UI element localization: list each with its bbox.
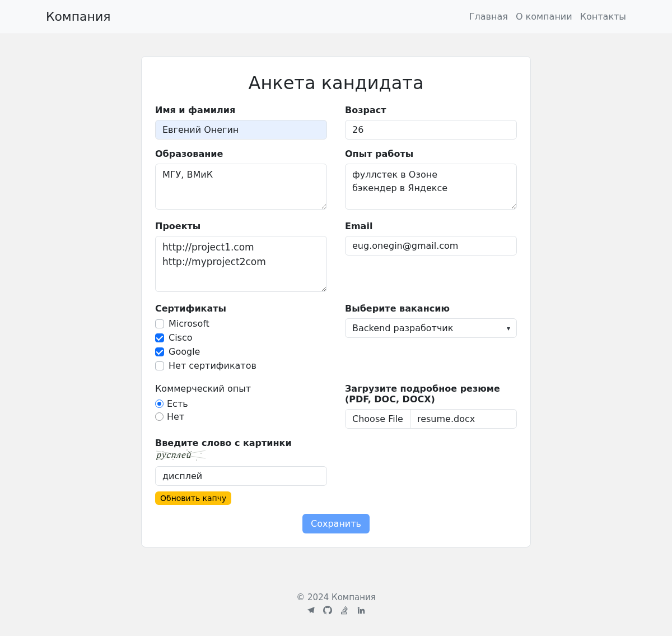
submit-button[interactable]: Сохранить bbox=[302, 514, 370, 533]
resume-file-input[interactable]: Choose File resume.docx bbox=[345, 409, 517, 429]
email-label: Email bbox=[345, 221, 517, 231]
experience-textarea[interactable] bbox=[345, 164, 517, 210]
nav-links: Главная О компании Контакты bbox=[469, 9, 626, 24]
svg-point-5 bbox=[186, 449, 187, 450]
name-input[interactable] bbox=[155, 120, 327, 140]
resume-filename: resume.docx bbox=[410, 410, 516, 428]
cert-microsoft-label: Microsoft bbox=[169, 318, 209, 329]
captcha-image: русплей bbox=[156, 448, 206, 462]
social-links bbox=[0, 606, 672, 617]
telegram-icon[interactable] bbox=[306, 606, 315, 617]
captcha-label: Введите слово с картинки bbox=[155, 438, 292, 448]
cert-cisco-checkbox[interactable] bbox=[155, 333, 164, 342]
commercial-yes-radio[interactable] bbox=[155, 400, 164, 408]
svg-point-4 bbox=[172, 459, 173, 459]
page-title: Анкета кандидата bbox=[155, 72, 517, 94]
projects-textarea[interactable] bbox=[155, 236, 327, 292]
refresh-captcha-button[interactable]: Обновить капчу bbox=[155, 491, 231, 505]
age-label: Возраст bbox=[345, 105, 517, 115]
svg-point-7 bbox=[200, 453, 201, 453]
commercial-label: Коммерческий опыт bbox=[155, 383, 327, 394]
education-textarea[interactable] bbox=[155, 164, 327, 210]
footer: © 2024 Компания bbox=[0, 565, 672, 636]
cert-google-label: Google bbox=[169, 346, 200, 357]
cert-microsoft-checkbox[interactable] bbox=[155, 319, 164, 328]
projects-label: Проекты bbox=[155, 221, 327, 231]
brand-link[interactable]: Компания bbox=[46, 10, 110, 24]
commercial-no-radio[interactable] bbox=[155, 412, 164, 421]
captcha-input[interactable] bbox=[155, 466, 327, 486]
svg-point-3 bbox=[162, 451, 163, 452]
svg-point-8 bbox=[167, 456, 167, 456]
linkedin-icon[interactable] bbox=[357, 606, 366, 617]
certs-label: Сертификаты bbox=[155, 303, 327, 314]
navbar: Компания Главная О компании Контакты bbox=[0, 0, 672, 34]
stackoverflow-icon[interactable] bbox=[340, 606, 349, 617]
cert-google-checkbox[interactable] bbox=[155, 347, 164, 356]
github-icon[interactable] bbox=[323, 606, 332, 617]
name-label: Имя и фамилия bbox=[155, 105, 327, 115]
nav-home[interactable]: Главная bbox=[469, 9, 508, 24]
svg-point-6 bbox=[196, 459, 197, 460]
commercial-yes-label: Есть bbox=[167, 398, 188, 409]
resume-label: Загрузите подробное резюме (PDF, DOC, DO… bbox=[345, 383, 517, 405]
copyright: © 2024 Компания bbox=[0, 592, 672, 602]
nav-contacts[interactable]: Контакты bbox=[580, 9, 626, 24]
experience-label: Опыт работы bbox=[345, 148, 517, 159]
email-input[interactable] bbox=[345, 236, 517, 256]
nav-about[interactable]: О компании bbox=[516, 9, 572, 24]
cert-none-checkbox[interactable] bbox=[155, 361, 164, 370]
vacancy-label: Выберите вакансию bbox=[345, 303, 517, 314]
choose-file-button[interactable]: Choose File bbox=[346, 410, 410, 428]
commercial-no-label: Нет bbox=[167, 411, 184, 422]
form-card: Анкета кандидата Имя и фамилия Возраст О… bbox=[141, 56, 531, 547]
vacancy-select[interactable]: Backend разработчик bbox=[345, 318, 517, 338]
age-input[interactable] bbox=[345, 120, 517, 140]
cert-none-label: Нет сертификатов bbox=[169, 360, 256, 371]
cert-cisco-label: Cisco bbox=[169, 332, 193, 343]
content-area: Анкета кандидата Имя и фамилия Возраст О… bbox=[0, 34, 672, 565]
education-label: Образование bbox=[155, 148, 327, 159]
